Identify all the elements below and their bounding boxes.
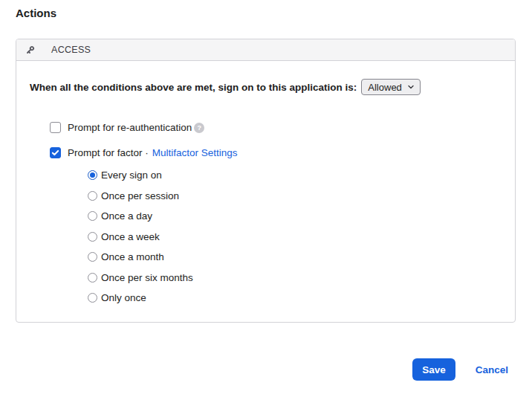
access-select[interactable]: Allowed [361,79,421,95]
radio-row-every-sign-on[interactable]: Every sign on [88,165,502,186]
signon-statement-row: When all the conditions above are met, s… [30,79,502,95]
multifactor-settings-link[interactable]: Multifactor Settings [152,147,238,158]
key-icon [25,45,36,56]
radio-row-once-a-month[interactable]: Once a month [88,247,502,268]
prompt-factor-row[interactable]: Prompt for factor · Multifactor Settings [50,147,502,158]
radio-button[interactable] [88,211,97,221]
page-title: Actions [16,7,532,20]
radio-button[interactable] [88,232,97,242]
radio-button[interactable] [88,293,97,303]
radio-row-once-per-six-months[interactable]: Once per six months [88,268,502,288]
prompt-reauth-row[interactable]: Prompt for re-authentication ? [50,122,502,133]
radio-button[interactable] [88,273,97,283]
radio-row-once-a-week[interactable]: Once a week [88,227,502,248]
panel-header-title: ACCESS [51,45,91,55]
help-icon[interactable]: ? [194,123,204,133]
radio-button[interactable] [88,191,97,201]
prompt-reauth-checkbox[interactable] [50,122,61,133]
chevron-down-icon [407,83,415,91]
radio-label: Only once [101,292,146,303]
radio-button[interactable] [88,252,97,262]
radio-label: Once per six months [101,272,193,283]
radio-label: Once per session [101,190,179,201]
radio-row-once-per-session[interactable]: Once per session [88,186,502,207]
option-group: Prompt for re-authentication ? Prompt fo… [50,122,502,309]
prompt-factor-label: Prompt for factor · [68,147,149,158]
prompt-factor-checkbox[interactable] [50,147,61,158]
access-panel: ACCESS When all the conditions above are… [16,39,516,323]
factor-frequency-radio-list: Every sign on Once per session Once a da… [88,165,502,309]
access-panel-body: When all the conditions above are met, s… [16,61,515,322]
access-panel-header: ACCESS [16,39,515,61]
radio-label: Once a week [101,231,160,242]
signon-statement: When all the conditions above are met, s… [30,82,357,93]
footer-actions: Save Cancel [412,358,508,381]
radio-label: Once a month [101,251,164,262]
radio-button[interactable] [88,170,97,180]
cancel-button[interactable]: Cancel [476,364,508,375]
access-select-value: Allowed [368,82,402,93]
radio-label: Once a day [101,210,152,222]
radio-label: Every sign on [101,170,162,181]
radio-row-once-a-day[interactable]: Once a day [88,206,502,227]
prompt-reauth-label: Prompt for re-authentication [68,122,192,133]
save-button[interactable]: Save [412,358,455,381]
radio-row-only-once[interactable]: Only once [88,288,502,309]
